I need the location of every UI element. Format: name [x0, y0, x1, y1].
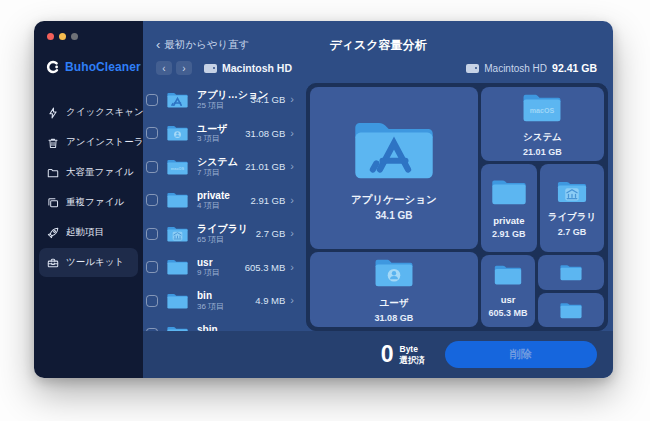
- tile-label: システム: [523, 131, 562, 144]
- nav-back-button[interactable]: ‹: [156, 61, 172, 75]
- chevron-right-icon: ›: [290, 295, 294, 306]
- sidebar-item-label: 大容量ファイル: [66, 166, 133, 179]
- selected-amount: 0: [381, 341, 394, 368]
- folder-icon: macOS: [166, 158, 189, 176]
- treemap-tile-sbin[interactable]: [538, 293, 604, 327]
- folder-size: 4.9 MB: [255, 295, 285, 306]
- sidebar-item-large-files[interactable]: 大容量ファイル: [39, 158, 138, 187]
- trash-icon: [47, 137, 59, 149]
- file-list-row[interactable]: sbin64 項目2.1 MB›: [146, 318, 296, 332]
- app-title: BuhoCleaner: [65, 60, 141, 74]
- folder-name: システム: [197, 156, 245, 168]
- zoom-window-button[interactable]: [71, 33, 78, 40]
- selected-unit-label: Byte 選択済: [400, 344, 426, 365]
- chevron-right-icon: ›: [290, 94, 294, 105]
- folder-size: 21.01 GB: [245, 161, 285, 172]
- start-over-button[interactable]: ‹ 最初からやり直す: [156, 38, 250, 52]
- app-brand: BuhoCleaner: [46, 60, 143, 74]
- tile-size: 34.1 GB: [375, 210, 412, 221]
- tile-label: ユーザ: [379, 297, 408, 310]
- chevron-right-icon: ›: [290, 262, 294, 273]
- treemap-tile-users[interactable]: ユーザ31.08 GB: [310, 252, 478, 327]
- sidebar-item-uninstaller[interactable]: アンインストーラ: [39, 128, 138, 157]
- folder-size: 31.08 GB: [245, 128, 285, 139]
- treemap: アプリケーション34.1 GB ユーザ31.08 GB macOSシステム21.…: [306, 83, 608, 331]
- file-list-row[interactable]: アプリ…ション25 項目34.1 GB›: [146, 83, 296, 117]
- tile-size: 2.7 GB: [558, 227, 587, 237]
- folder-icon: [166, 191, 189, 209]
- bolt-icon: [47, 107, 59, 119]
- row-checkbox[interactable]: [146, 228, 158, 240]
- minimize-window-button[interactable]: [59, 33, 66, 40]
- sidebar-item-label: ツールキット: [66, 256, 124, 269]
- treemap-tile-applications[interactable]: アプリケーション34.1 GB: [310, 87, 478, 249]
- file-list-row[interactable]: macOSシステム7 項目21.01 GB›: [146, 150, 296, 184]
- sidebar: BuhoCleaner クイックスキャンアンインストーラ大容量ファイル重複ファイ…: [34, 21, 143, 378]
- folder-icon: [166, 124, 189, 142]
- folder-item-count: 36 項目: [197, 302, 255, 312]
- treemap-tile-usr[interactable]: usr605.3 MB: [481, 255, 536, 327]
- chevron-right-icon: ›: [290, 128, 294, 139]
- sidebar-item-duplicate-files[interactable]: 重複ファイル: [39, 188, 138, 217]
- folder-item-count: 65 項目: [197, 235, 256, 245]
- file-list-row[interactable]: bin36 項目4.9 MB›: [146, 284, 296, 318]
- folder-icon: [166, 225, 189, 243]
- svg-text:macOS: macOS: [171, 166, 185, 171]
- folder-icon: [559, 301, 583, 320]
- selection-footer: 0 Byte 選択済 削除: [143, 331, 613, 378]
- folder-name: ユーザ: [197, 123, 245, 135]
- folder-icon: [493, 263, 523, 287]
- sidebar-item-label: 起動項目: [66, 226, 104, 239]
- sidebar-item-label: 重複ファイル: [66, 196, 124, 209]
- tile-label: usr: [501, 294, 516, 305]
- folder-list: アプリ…ション25 項目34.1 GB›ユーザ3 項目31.08 GB›macO…: [146, 83, 296, 331]
- folder-name: private: [197, 190, 250, 202]
- sidebar-item-startup-items[interactable]: 起動項目: [39, 218, 138, 247]
- disk-total-size: 92.41 GB: [552, 62, 597, 74]
- tile-size: 21.01 GB: [523, 147, 562, 157]
- row-checkbox[interactable]: [146, 161, 158, 173]
- file-list-row[interactable]: ユーザ3 項目31.08 GB›: [146, 117, 296, 151]
- folder-icon: [166, 292, 189, 310]
- window-controls: [34, 21, 143, 40]
- sidebar-menu: クイックスキャンアンインストーラ大容量ファイル重複ファイル起動項目ツールキット: [34, 98, 143, 277]
- nav-forward-button[interactable]: ›: [176, 61, 192, 75]
- tile-size: 31.08 GB: [375, 313, 414, 323]
- sidebar-item-toolkit[interactable]: ツールキット: [39, 248, 138, 277]
- buhocleaner-logo-icon: [46, 60, 60, 74]
- row-checkbox[interactable]: [146, 94, 158, 106]
- treemap-tile-bin[interactable]: [538, 255, 604, 291]
- sidebar-item-label: アンインストーラ: [66, 136, 144, 149]
- delete-button[interactable]: 削除: [445, 341, 597, 368]
- folder-icon: [47, 167, 59, 179]
- sidebar-item-quick-scan[interactable]: クイックスキャン: [39, 98, 138, 127]
- row-checkbox[interactable]: [146, 261, 158, 273]
- chevron-right-icon: ›: [290, 195, 294, 206]
- close-window-button[interactable]: [47, 33, 54, 40]
- file-list-row[interactable]: usr9 項目605.3 MB›: [146, 251, 296, 285]
- folder-icon: [166, 91, 189, 109]
- chevron-right-icon: ›: [290, 161, 294, 172]
- folder-icon: [373, 256, 415, 290]
- file-list-row[interactable]: private4 項目2.91 GB›: [146, 184, 296, 218]
- treemap-tile-private[interactable]: private2.91 GB: [481, 164, 537, 252]
- tile-size: 2.91 GB: [492, 229, 526, 239]
- app-window: BuhoCleaner クイックスキャンアンインストーラ大容量ファイル重複ファイ…: [34, 21, 613, 378]
- svg-text:macOS: macOS: [530, 107, 555, 115]
- title-bar: ディスク容量分析 ‹ 最初からやり直す: [143, 37, 613, 53]
- chevron-right-icon: ›: [290, 228, 294, 239]
- treemap-tile-library[interactable]: ライブラリ2.7 GB: [540, 164, 604, 252]
- folder-item-count: 3 項目: [197, 134, 245, 144]
- path-bar: ‹ › Macintosh HD Macintosh HD 92.41 GB: [143, 60, 613, 76]
- row-checkbox[interactable]: [146, 194, 158, 206]
- copy-icon: [47, 197, 59, 209]
- row-checkbox[interactable]: [146, 295, 158, 307]
- row-checkbox[interactable]: [146, 127, 158, 139]
- folder-icon: [490, 177, 528, 207]
- breadcrumb: Macintosh HD: [204, 62, 292, 74]
- file-list-row[interactable]: ライブラリ65 項目2.7 GB›: [146, 217, 296, 251]
- folder-name: ライブラリ: [197, 223, 256, 235]
- folder-name: sbin: [197, 324, 255, 331]
- treemap-tile-system[interactable]: macOSシステム21.01 GB: [481, 87, 604, 161]
- folder-item-count: 7 項目: [197, 168, 245, 178]
